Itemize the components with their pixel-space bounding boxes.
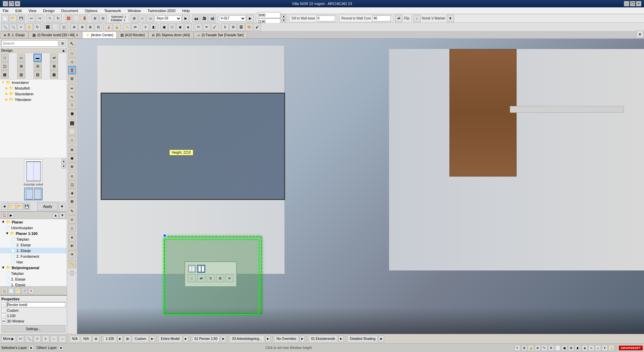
tree-utomhusplan[interactable]: 📄 Utomhusplan — [0, 225, 67, 231]
sb2-icon-6[interactable]: ⚙ — [548, 345, 554, 351]
vtool-polygon[interactable]: ◇ — [68, 58, 76, 66]
tree-betjening[interactable]: ▼ 📁 Betjeningsareal — [0, 265, 67, 270]
tb2-3d4[interactable]: ◈ — [184, 23, 192, 31]
override-arrow[interactable]: ▶ — [300, 336, 305, 342]
min-btn-right[interactable]: ─ — [624, 1, 629, 6]
sb2-icon-13[interactable]: ⊥ — [595, 345, 601, 351]
tb2-render1[interactable]: 🖼 — [237, 23, 245, 31]
tb2-align[interactable]: ⇌ — [131, 23, 139, 31]
vtool-rectangle[interactable]: □ — [68, 49, 76, 57]
vtool-select[interactable]: ↖ — [68, 40, 76, 48]
others-layer-icon[interactable]: ◉ — [58, 345, 63, 351]
sb2-icon-1[interactable]: ↖ — [515, 345, 521, 351]
scale-arrow[interactable]: ▶ — [117, 336, 123, 342]
tb2-unlock[interactable]: 🔓 — [113, 23, 120, 31]
popup-double-door[interactable] — [197, 265, 205, 273]
tb-doors[interactable]: 🚪 — [81, 15, 88, 22]
sb2-icon-14[interactable]: ✦ — [602, 345, 608, 351]
vtool-sun[interactable]: ☀ — [68, 250, 76, 258]
tb-redo[interactable]: ↪ — [36, 15, 43, 22]
vtool-line[interactable]: ━ — [68, 84, 76, 92]
sb2-icon-9[interactable]: ⊠ — [568, 345, 574, 351]
flip-btn[interactable]: ⇄ — [395, 15, 402, 22]
tb2-solid[interactable]: ⬛ — [44, 23, 51, 31]
nav-btn-2[interactable]: ▶ — [8, 212, 14, 218]
tb-grid2[interactable]: ⊟ — [99, 15, 107, 22]
nav-next[interactable]: → — [59, 335, 66, 343]
menu-view[interactable]: View — [27, 8, 38, 13]
sb2-icon-4[interactable]: ⊕ — [535, 345, 541, 351]
tb2-3d2[interactable]: ⬡ — [168, 23, 176, 31]
tab-overflow[interactable]: ▼ — [636, 31, 644, 38]
coord-nav-btn[interactable]: ⊕ — [92, 335, 100, 343]
thumb-scroll-down[interactable]: ▼ — [61, 164, 66, 168]
nav-icon-1[interactable]: 🏠 — [1, 288, 7, 294]
menu-twinmotion[interactable]: Twinmotion 2020 — [146, 8, 177, 13]
props-input-1[interactable] — [7, 302, 65, 307]
tb2-hidden[interactable]: ◫ — [60, 23, 67, 31]
sb2-icon-10[interactable]: ◧ — [575, 345, 581, 351]
tb2-zoom-out[interactable]: 🔍 — [1, 23, 9, 31]
vtool-morph[interactable]: ⊠ — [68, 197, 76, 205]
sill-input1[interactable] — [317, 15, 335, 21]
menu-options[interactable]: Options — [84, 8, 99, 13]
shading-arrow[interactable]: ▶ — [379, 336, 384, 342]
nav-icon-4[interactable]: 🔗 — [21, 288, 28, 294]
tb2-pen3[interactable]: 🖊 — [211, 23, 218, 31]
more-button[interactable]: More ▶ — [1, 336, 16, 342]
fav-btn-4[interactable]: 💾 — [23, 203, 30, 210]
vtool-stair[interactable]: ≡ — [68, 172, 76, 180]
vtool-slab[interactable]: ⬛ — [68, 119, 76, 127]
tb2-orbit[interactable]: ↻ — [34, 23, 41, 31]
vtool-wall[interactable]: ⬜ — [68, 128, 76, 136]
tree-modulfelt[interactable]: ▶ 📁 Modulfelt — [0, 85, 67, 91]
tab-0[interactable]: ⊞ B. 1. Etasje — [0, 32, 29, 38]
tab-3[interactable]: 🖼 [A10 Render] — [117, 32, 148, 38]
tb-cam1[interactable]: 📷 — [193, 15, 200, 22]
tb2-measure[interactable]: 📏 — [123, 23, 131, 31]
nav-zoom-in[interactable]: + — [34, 335, 41, 343]
sb2-icon-2[interactable]: ⊞ — [521, 345, 527, 351]
vtool-column[interactable]: ◉ — [68, 154, 76, 162]
door-type-4[interactable]: ⇌ — [50, 54, 58, 62]
nav-collapse-btn[interactable]: ▲ — [53, 212, 59, 218]
menu-teamwork[interactable]: Teamwork — [103, 8, 122, 13]
popup-flip-door[interactable]: ⇄ — [197, 274, 205, 282]
restore-btn-right[interactable]: ❐ — [630, 1, 635, 6]
tb-grid1[interactable]: ⊞ — [91, 15, 99, 22]
door-type-10[interactable]: ▧ — [17, 70, 25, 79]
door-type-6[interactable]: ⊞ — [17, 62, 25, 70]
tree-etasje1-1[interactable]: 📄 1. Etasje — [0, 248, 67, 253]
tree-takplan-1[interactable]: 📄 Takplan — [0, 236, 67, 242]
fav-btn-1[interactable]: ★ — [1, 203, 8, 210]
close-btn-right[interactable]: ✕ — [636, 1, 641, 6]
tb-rotate[interactable]: ↻ — [54, 15, 62, 22]
sb2-icon-15[interactable]: 💡 — [608, 345, 614, 351]
sb2-icon-3[interactable]: 🔒 — [528, 345, 534, 351]
vtool-dim[interactable]: ⊥ — [68, 224, 76, 232]
door-type-2[interactable]: ▭ — [17, 54, 25, 62]
tab-2[interactable]: ⚡ [Action Center] — [82, 32, 117, 38]
tb2-zoom-in[interactable]: 🔍 — [9, 23, 17, 31]
menu-design[interactable]: Design — [42, 8, 56, 13]
vtool-grid[interactable]: ⊞ — [68, 74, 76, 83]
menu-window[interactable]: Window — [126, 8, 142, 13]
tree-etasje1-2[interactable]: 📄 1. Etasje — [0, 282, 67, 286]
tb2-wire[interactable]: ⬜ — [52, 23, 59, 31]
tree-fundament[interactable]: 📄 2. Fundament — [0, 253, 67, 259]
design-collapse[interactable]: ▲ — [62, 48, 65, 52]
drawing-arrow[interactable]: ▶ — [265, 336, 271, 342]
tb2-render2[interactable]: 🎨 — [246, 23, 253, 31]
model-arrow[interactable]: ▶ — [183, 336, 189, 342]
vtool-measure[interactable]: 📏 — [68, 260, 76, 268]
door-type-3[interactable]: ▬ — [34, 54, 42, 62]
apply-button[interactable]: Apply — [37, 202, 58, 210]
door-type-1[interactable]: □ — [1, 54, 9, 62]
tree-etasje2-2[interactable]: 📄 2. Etasje — [0, 276, 67, 282]
popup-rotate-door[interactable]: ↻ — [207, 274, 215, 282]
tb-marker[interactable]: ↕ — [413, 15, 421, 22]
tb-3d-icon[interactable]: □ — [139, 15, 146, 22]
vtool-spline[interactable]: ⌇ — [68, 101, 76, 109]
nav-icon-2[interactable]: 📄 — [8, 288, 14, 294]
tb-marker-arrow[interactable]: ▼ — [447, 15, 454, 22]
